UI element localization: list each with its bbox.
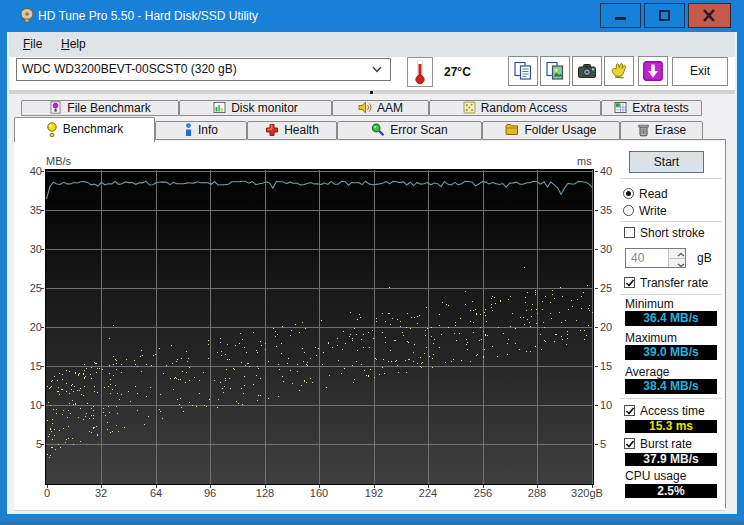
tab-label: AAM [377, 101, 403, 115]
minimum-value: 36.4 MB/s [625, 311, 717, 326]
tab-file-benchmark[interactable]: File Benchmark [21, 100, 179, 116]
minimum-label: Minimum [625, 297, 674, 311]
random-access-icon [463, 101, 476, 114]
maximum-label: Maximum [625, 331, 677, 345]
menu-file[interactable]: File [14, 32, 51, 57]
axis-tick [595, 405, 598, 406]
exit-button[interactable]: Exit [672, 57, 728, 86]
burst-rate-checkbox[interactable] [624, 438, 635, 449]
read-label: Read [639, 187, 668, 201]
transfer-rate-label: Transfer rate [640, 276, 708, 290]
start-button[interactable]: Start [629, 151, 704, 173]
maximum-value: 39.0 MB/s [625, 345, 717, 360]
spinner-buttons[interactable] [668, 249, 685, 267]
short-stroke-unit: gB [697, 251, 712, 265]
tab-random-access[interactable]: Random Access [429, 100, 601, 116]
menu-help[interactable]: Help [52, 32, 95, 57]
minimize-button[interactable] [600, 3, 641, 28]
close-icon [689, 4, 730, 27]
panel-separator-4 [620, 398, 722, 399]
axis-tick-label: 25 [14, 282, 42, 294]
cpu-usage-label: CPU usage [625, 469, 686, 483]
page-bottom-edge [14, 510, 725, 511]
tab-disk-monitor[interactable]: Disk monitor [179, 100, 332, 116]
axis-tick-label: 15 [600, 360, 628, 372]
short-stroke-checkbox[interactable] [624, 227, 635, 238]
axis-tick [41, 327, 44, 328]
access-time-checkbox[interactable] [624, 405, 635, 416]
spin-down-button[interactable] [669, 258, 685, 267]
chevron-down-icon [372, 66, 383, 73]
tab-label: Info [198, 123, 218, 137]
thermometer-icon [408, 58, 432, 86]
axis-tick-label: 96 [190, 487, 230, 499]
tab-benchmark[interactable]: Benchmark [14, 117, 155, 142]
spin-up-button[interactable] [669, 249, 685, 258]
axis-tick-label: 20 [14, 321, 42, 333]
read-radio[interactable] [623, 188, 634, 199]
tab-info[interactable]: Info [155, 121, 247, 140]
tab-aam[interactable]: AAM [332, 100, 429, 116]
check-icon [625, 439, 636, 450]
axis-tick-label: 15 [14, 360, 42, 372]
axis-tick [595, 366, 598, 367]
axis-tick-label: 224 [408, 487, 448, 499]
y-right-unit: ms [577, 155, 592, 167]
magnifier-icon [371, 123, 385, 137]
axis-tick [595, 444, 598, 445]
tab-extra-tests[interactable]: Extra tests [601, 100, 702, 116]
check-icon [625, 406, 636, 417]
short-stroke-size-spinner[interactable]: 40 [625, 248, 686, 268]
frame-bottom [7, 512, 737, 514]
spin-down-icon [673, 261, 689, 270]
copy-text-button[interactable] [508, 56, 538, 86]
frame-bottom-edge [0, 521, 744, 525]
panel-border-right [725, 139, 726, 508]
burst-rate-label: Burst rate [640, 437, 692, 451]
axis-tick-label: 30 [600, 243, 628, 255]
minimize-icon [601, 4, 640, 27]
average-label: Average [625, 365, 669, 379]
panel-border-top [611, 139, 726, 140]
copy-image-button[interactable] [540, 56, 570, 86]
file-benchmark-icon [49, 101, 62, 114]
tab-folder-usage[interactable]: Folder Usage [482, 121, 620, 140]
tab-label: Disk monitor [231, 101, 298, 115]
info-icon [184, 123, 193, 137]
close-button[interactable] [688, 3, 731, 28]
hd-tune-window: HD Tune Pro 5.50 - Hard Disk/SSD Utility… [0, 0, 744, 525]
axis-tick [41, 171, 44, 172]
tab-label: Error Scan [390, 123, 447, 137]
save-results-button[interactable] [638, 56, 668, 86]
title-bar: HD Tune Pro 5.50 - Hard Disk/SSD Utility [0, 0, 744, 32]
access-time-label: Access time [640, 404, 705, 418]
axis-tick-label: 192 [354, 487, 394, 499]
benchmark-icon [46, 122, 58, 138]
tab-health[interactable]: Health [247, 121, 337, 140]
axis-tick [595, 171, 598, 172]
maximize-button[interactable] [644, 3, 685, 28]
support-button[interactable] [604, 56, 634, 86]
axis-tick-label: 35 [14, 204, 42, 216]
axis-tick-label: 128 [245, 487, 285, 499]
axis-tick-label: 40 [14, 165, 42, 177]
transfer-rate-checkbox[interactable] [624, 277, 635, 288]
speaker-icon [358, 101, 372, 114]
axis-tick [41, 288, 44, 289]
tab-label: File Benchmark [67, 101, 150, 115]
access-time-value: 15.3 ms [625, 420, 717, 433]
frame-right [735, 32, 737, 514]
benchmark-chart [45, 169, 594, 485]
tab-erase[interactable]: Erase [620, 121, 703, 140]
axis-tick-label: 160 [299, 487, 339, 499]
hand-icon [609, 61, 629, 81]
axis-tick-label: 0 [27, 487, 67, 499]
write-radio[interactable] [623, 205, 634, 216]
tab-error-scan[interactable]: Error Scan [337, 121, 482, 140]
tab-label: Extra tests [632, 101, 689, 115]
drive-select-value: WDC WD3200BEVT-00SCST0 (320 gB) [22, 58, 237, 81]
write-label: Write [639, 204, 667, 218]
screenshot-button[interactable] [572, 56, 602, 86]
temperature-button[interactable] [407, 57, 433, 87]
burst-rate-value: 37.9 MB/s [625, 453, 717, 466]
